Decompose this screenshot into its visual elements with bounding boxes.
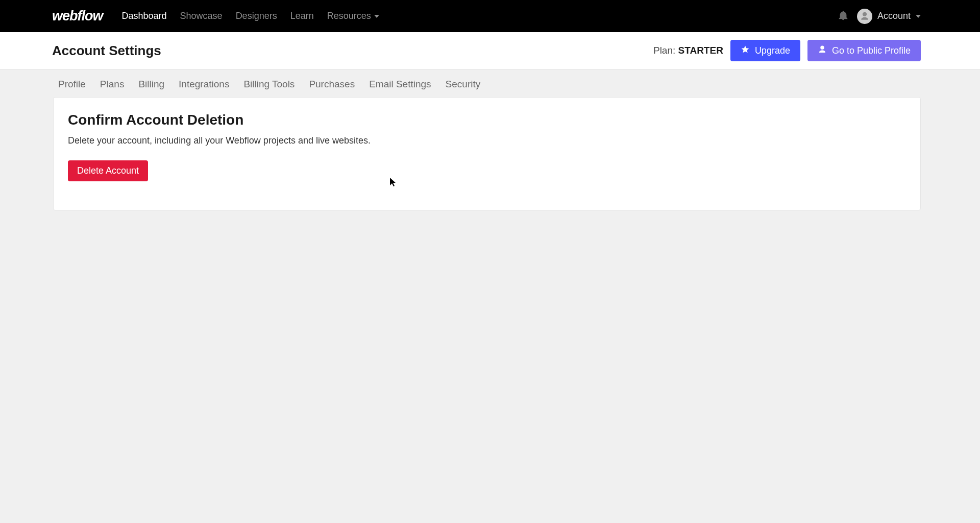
nav-link-showcase[interactable]: Showcase xyxy=(174,11,229,21)
plan-indicator: Plan: STARTER xyxy=(653,45,723,56)
logo[interactable]: webflow xyxy=(52,8,103,24)
chevron-down-icon xyxy=(916,15,921,18)
person-icon xyxy=(818,45,827,57)
header-bar: Account Settings Plan: STARTER Upgrade G… xyxy=(0,32,980,69)
nav-link-learn[interactable]: Learn xyxy=(284,11,321,21)
nav-link-label: Resources xyxy=(327,11,371,21)
delete-account-button[interactable]: Delete Account xyxy=(68,160,148,181)
tab-profile[interactable]: Profile xyxy=(58,79,86,90)
chevron-down-icon xyxy=(374,15,379,18)
avatar xyxy=(857,9,872,24)
delete-account-card: Confirm Account Deletion Delete your acc… xyxy=(53,97,921,210)
nav-link-dashboard[interactable]: Dashboard xyxy=(115,11,174,21)
tab-security[interactable]: Security xyxy=(446,79,481,90)
tab-integrations[interactable]: Integrations xyxy=(179,79,229,90)
plan-name: STARTER xyxy=(678,45,723,56)
tab-purchases[interactable]: Purchases xyxy=(309,79,355,90)
tab-billing[interactable]: Billing xyxy=(138,79,164,90)
account-label: Account xyxy=(877,11,911,21)
top-nav: webflow Dashboard Showcase Designers Lea… xyxy=(0,0,980,32)
tab-billing-tools[interactable]: Billing Tools xyxy=(243,79,295,90)
upgrade-button[interactable]: Upgrade xyxy=(730,40,800,61)
card-description: Delete your account, including all your … xyxy=(68,135,906,146)
public-profile-button[interactable]: Go to Public Profile xyxy=(807,40,921,61)
tab-email-settings[interactable]: Email Settings xyxy=(369,79,431,90)
plan-prefix: Plan: xyxy=(653,45,678,56)
tab-plans[interactable]: Plans xyxy=(100,79,125,90)
card-title: Confirm Account Deletion xyxy=(68,112,906,128)
account-menu[interactable]: Account xyxy=(857,9,921,24)
upgrade-label: Upgrade xyxy=(755,45,790,56)
star-icon xyxy=(741,45,750,57)
page-title: Account Settings xyxy=(52,43,161,59)
public-profile-label: Go to Public Profile xyxy=(832,45,911,56)
nav-link-resources[interactable]: Resources xyxy=(321,11,386,21)
nav-link-designers[interactable]: Designers xyxy=(229,11,284,21)
bell-icon[interactable] xyxy=(838,10,849,23)
settings-tabs: Profile Plans Billing Integrations Billi… xyxy=(0,69,980,97)
